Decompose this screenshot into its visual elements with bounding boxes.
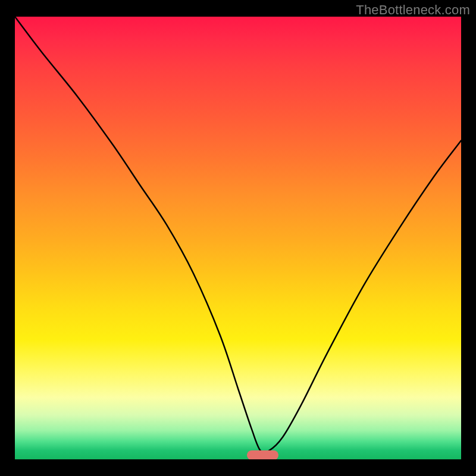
- frame-border-right: [461, 0, 476, 476]
- chart-frame: TheBottleneck.com: [0, 0, 476, 476]
- plot-area: [15, 17, 461, 459]
- frame-border-left: [0, 0, 15, 476]
- bottleneck-curve: [15, 17, 461, 459]
- frame-border-bottom: [0, 459, 476, 476]
- optimal-range-marker: [247, 450, 278, 459]
- watermark-text: TheBottleneck.com: [356, 2, 470, 18]
